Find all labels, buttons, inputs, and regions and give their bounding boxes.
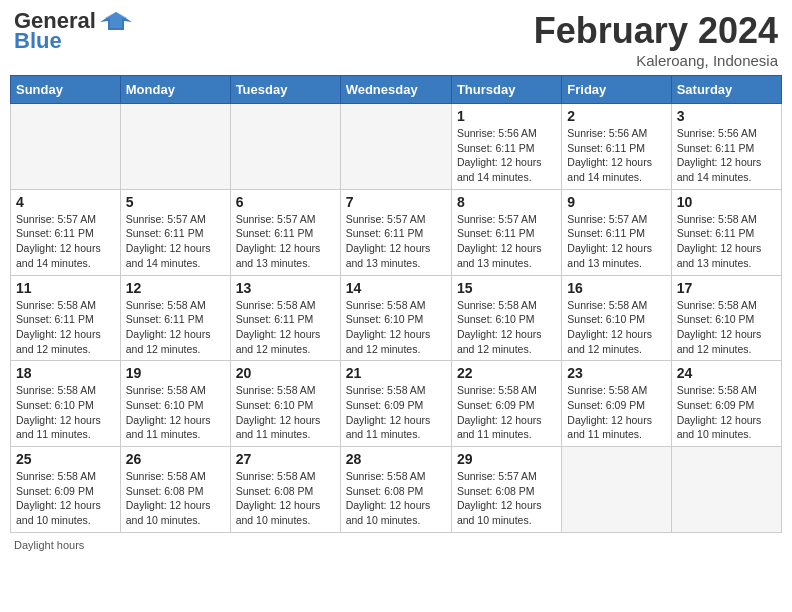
calendar-day-cell: 5Sunrise: 5:57 AM Sunset: 6:11 PM Daylig… (120, 189, 230, 275)
day-number: 23 (567, 365, 665, 381)
calendar-table: SundayMondayTuesdayWednesdayThursdayFrid… (10, 75, 782, 533)
day-number: 17 (677, 280, 776, 296)
day-number: 26 (126, 451, 225, 467)
calendar-day-cell: 13Sunrise: 5:58 AM Sunset: 6:11 PM Dayli… (230, 275, 340, 361)
calendar-day-cell: 16Sunrise: 5:58 AM Sunset: 6:10 PM Dayli… (562, 275, 671, 361)
day-info: Sunrise: 5:58 AM Sunset: 6:09 PM Dayligh… (567, 383, 665, 442)
day-info: Sunrise: 5:57 AM Sunset: 6:11 PM Dayligh… (16, 212, 115, 271)
calendar-day-cell: 26Sunrise: 5:58 AM Sunset: 6:08 PM Dayli… (120, 447, 230, 533)
calendar-day-cell: 15Sunrise: 5:58 AM Sunset: 6:10 PM Dayli… (451, 275, 561, 361)
day-number: 3 (677, 108, 776, 124)
day-number: 4 (16, 194, 115, 210)
day-info: Sunrise: 5:57 AM Sunset: 6:11 PM Dayligh… (567, 212, 665, 271)
calendar-day-cell: 7Sunrise: 5:57 AM Sunset: 6:11 PM Daylig… (340, 189, 451, 275)
logo: General Blue (14, 10, 132, 54)
calendar-day-header: Monday (120, 76, 230, 104)
calendar-day-header: Saturday (671, 76, 781, 104)
day-info: Sunrise: 5:58 AM Sunset: 6:10 PM Dayligh… (346, 298, 446, 357)
logo-icon (100, 10, 132, 32)
day-info: Sunrise: 5:58 AM Sunset: 6:08 PM Dayligh… (126, 469, 225, 528)
day-number: 16 (567, 280, 665, 296)
day-info: Sunrise: 5:57 AM Sunset: 6:08 PM Dayligh… (457, 469, 556, 528)
day-number: 18 (16, 365, 115, 381)
day-info: Sunrise: 5:58 AM Sunset: 6:08 PM Dayligh… (346, 469, 446, 528)
calendar-day-header: Friday (562, 76, 671, 104)
day-number: 8 (457, 194, 556, 210)
day-info: Sunrise: 5:58 AM Sunset: 6:10 PM Dayligh… (236, 383, 335, 442)
calendar-day-cell: 6Sunrise: 5:57 AM Sunset: 6:11 PM Daylig… (230, 189, 340, 275)
day-number: 2 (567, 108, 665, 124)
day-number: 21 (346, 365, 446, 381)
calendar-day-cell (11, 104, 121, 190)
calendar-day-cell: 23Sunrise: 5:58 AM Sunset: 6:09 PM Dayli… (562, 361, 671, 447)
logo-blue: Blue (14, 28, 62, 54)
day-info: Sunrise: 5:58 AM Sunset: 6:10 PM Dayligh… (126, 383, 225, 442)
day-number: 27 (236, 451, 335, 467)
day-info: Sunrise: 5:58 AM Sunset: 6:09 PM Dayligh… (677, 383, 776, 442)
day-info: Sunrise: 5:58 AM Sunset: 6:09 PM Dayligh… (457, 383, 556, 442)
day-info: Sunrise: 5:58 AM Sunset: 6:09 PM Dayligh… (16, 469, 115, 528)
day-info: Sunrise: 5:57 AM Sunset: 6:11 PM Dayligh… (457, 212, 556, 271)
day-info: Sunrise: 5:56 AM Sunset: 6:11 PM Dayligh… (457, 126, 556, 185)
calendar-day-cell (562, 447, 671, 533)
day-number: 12 (126, 280, 225, 296)
calendar-day-cell: 12Sunrise: 5:58 AM Sunset: 6:11 PM Dayli… (120, 275, 230, 361)
day-number: 13 (236, 280, 335, 296)
day-number: 7 (346, 194, 446, 210)
day-info: Sunrise: 5:58 AM Sunset: 6:08 PM Dayligh… (236, 469, 335, 528)
day-info: Sunrise: 5:58 AM Sunset: 6:10 PM Dayligh… (16, 383, 115, 442)
calendar-day-cell: 25Sunrise: 5:58 AM Sunset: 6:09 PM Dayli… (11, 447, 121, 533)
daylight-label: Daylight hours (14, 539, 84, 551)
day-info: Sunrise: 5:58 AM Sunset: 6:11 PM Dayligh… (677, 212, 776, 271)
day-info: Sunrise: 5:58 AM Sunset: 6:10 PM Dayligh… (457, 298, 556, 357)
calendar-day-cell: 14Sunrise: 5:58 AM Sunset: 6:10 PM Dayli… (340, 275, 451, 361)
day-info: Sunrise: 5:57 AM Sunset: 6:11 PM Dayligh… (236, 212, 335, 271)
footer: Daylight hours (10, 539, 782, 551)
day-info: Sunrise: 5:57 AM Sunset: 6:11 PM Dayligh… (346, 212, 446, 271)
calendar-header-row: SundayMondayTuesdayWednesdayThursdayFrid… (11, 76, 782, 104)
calendar-week-row: 11Sunrise: 5:58 AM Sunset: 6:11 PM Dayli… (11, 275, 782, 361)
calendar-day-cell (671, 447, 781, 533)
calendar-day-cell: 8Sunrise: 5:57 AM Sunset: 6:11 PM Daylig… (451, 189, 561, 275)
calendar-day-header: Wednesday (340, 76, 451, 104)
calendar-day-cell: 1Sunrise: 5:56 AM Sunset: 6:11 PM Daylig… (451, 104, 561, 190)
day-number: 5 (126, 194, 225, 210)
title-block: February 2024 Kaleroang, Indonesia (534, 10, 778, 69)
day-info: Sunrise: 5:58 AM Sunset: 6:11 PM Dayligh… (236, 298, 335, 357)
calendar-day-cell: 28Sunrise: 5:58 AM Sunset: 6:08 PM Dayli… (340, 447, 451, 533)
calendar-day-header: Thursday (451, 76, 561, 104)
calendar-day-cell: 17Sunrise: 5:58 AM Sunset: 6:10 PM Dayli… (671, 275, 781, 361)
day-number: 14 (346, 280, 446, 296)
calendar-day-cell: 20Sunrise: 5:58 AM Sunset: 6:10 PM Dayli… (230, 361, 340, 447)
calendar-day-cell: 3Sunrise: 5:56 AM Sunset: 6:11 PM Daylig… (671, 104, 781, 190)
calendar-day-cell: 2Sunrise: 5:56 AM Sunset: 6:11 PM Daylig… (562, 104, 671, 190)
day-info: Sunrise: 5:58 AM Sunset: 6:10 PM Dayligh… (677, 298, 776, 357)
day-number: 6 (236, 194, 335, 210)
calendar-day-header: Tuesday (230, 76, 340, 104)
day-info: Sunrise: 5:56 AM Sunset: 6:11 PM Dayligh… (677, 126, 776, 185)
day-number: 1 (457, 108, 556, 124)
calendar-day-cell: 29Sunrise: 5:57 AM Sunset: 6:08 PM Dayli… (451, 447, 561, 533)
page-header: General Blue February 2024 Kaleroang, In… (10, 10, 782, 69)
calendar-week-row: 1Sunrise: 5:56 AM Sunset: 6:11 PM Daylig… (11, 104, 782, 190)
day-number: 9 (567, 194, 665, 210)
calendar-day-cell: 9Sunrise: 5:57 AM Sunset: 6:11 PM Daylig… (562, 189, 671, 275)
day-number: 10 (677, 194, 776, 210)
calendar-day-cell: 22Sunrise: 5:58 AM Sunset: 6:09 PM Dayli… (451, 361, 561, 447)
day-info: Sunrise: 5:58 AM Sunset: 6:09 PM Dayligh… (346, 383, 446, 442)
calendar-day-cell: 24Sunrise: 5:58 AM Sunset: 6:09 PM Dayli… (671, 361, 781, 447)
day-number: 28 (346, 451, 446, 467)
day-number: 25 (16, 451, 115, 467)
calendar-day-cell (230, 104, 340, 190)
calendar-day-cell: 11Sunrise: 5:58 AM Sunset: 6:11 PM Dayli… (11, 275, 121, 361)
calendar-day-cell: 27Sunrise: 5:58 AM Sunset: 6:08 PM Dayli… (230, 447, 340, 533)
day-info: Sunrise: 5:58 AM Sunset: 6:11 PM Dayligh… (16, 298, 115, 357)
calendar-day-cell: 21Sunrise: 5:58 AM Sunset: 6:09 PM Dayli… (340, 361, 451, 447)
day-number: 29 (457, 451, 556, 467)
calendar-day-cell: 10Sunrise: 5:58 AM Sunset: 6:11 PM Dayli… (671, 189, 781, 275)
month-title: February 2024 (534, 10, 778, 52)
calendar-day-header: Sunday (11, 76, 121, 104)
day-info: Sunrise: 5:58 AM Sunset: 6:10 PM Dayligh… (567, 298, 665, 357)
calendar-week-row: 4Sunrise: 5:57 AM Sunset: 6:11 PM Daylig… (11, 189, 782, 275)
day-info: Sunrise: 5:56 AM Sunset: 6:11 PM Dayligh… (567, 126, 665, 185)
